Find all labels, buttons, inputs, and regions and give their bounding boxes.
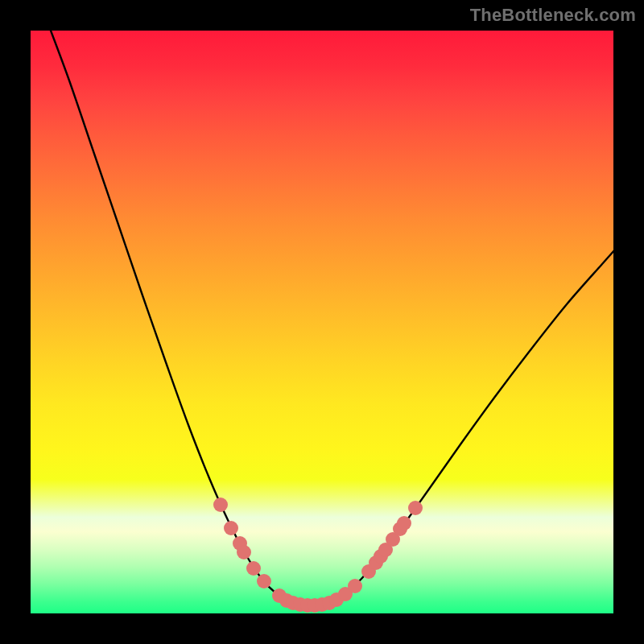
data-dot xyxy=(348,579,362,593)
plot-area xyxy=(31,31,613,613)
data-dot xyxy=(408,501,423,515)
data-dot xyxy=(237,545,251,559)
data-dot xyxy=(224,521,238,535)
data-dot xyxy=(257,574,271,588)
data-dot xyxy=(213,497,228,512)
data-dot xyxy=(397,516,411,530)
bottleneck-curve xyxy=(48,31,613,606)
data-dots xyxy=(213,497,423,613)
curve-layer xyxy=(31,31,613,613)
data-dot xyxy=(246,561,261,576)
watermark-text: TheBottleneck.com xyxy=(470,5,636,26)
chart-frame: TheBottleneck.com xyxy=(0,0,644,644)
